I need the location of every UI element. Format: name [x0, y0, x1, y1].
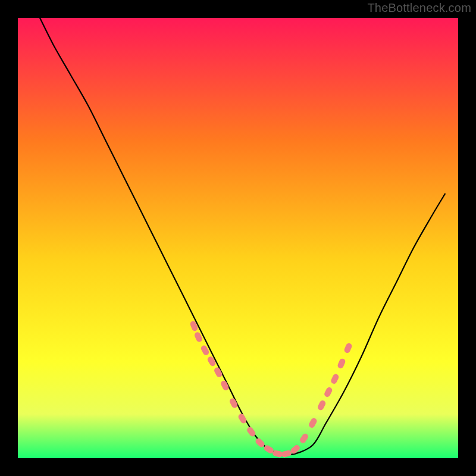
plot-area	[18, 18, 458, 458]
watermark-text: TheBottleneck.com	[367, 1, 471, 15]
chart-background	[18, 18, 458, 458]
frame-outer: TheBottleneck.com	[0, 0, 476, 476]
chart-svg	[18, 18, 458, 458]
